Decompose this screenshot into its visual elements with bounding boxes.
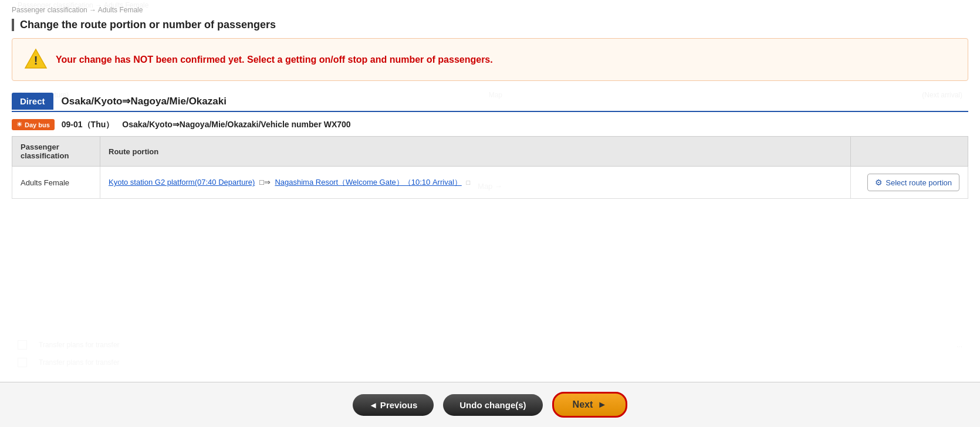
warning-icon: ! <box>24 47 48 72</box>
table-row: Adults Female Kyoto station G2 platform(… <box>12 167 968 199</box>
previous-button[interactable]: ◄ Previous <box>353 394 434 416</box>
warning-message: Your change has NOT been confirmed yet. … <box>56 55 493 65</box>
breadcrumb: Passenger classification → Adults Female <box>12 6 968 14</box>
bottom-nav: ◄ Previous Undo change(s) Next ► <box>0 382 980 427</box>
route-header: Direct Osaka/Kyoto⇒Nagoya/Mie/Okazaki <box>12 92 968 112</box>
gear-icon: ⚙ <box>875 178 883 187</box>
table-header-row: Passenger classification Route portion <box>12 137 968 167</box>
next-button[interactable]: Next ► <box>552 392 628 418</box>
departure-link[interactable]: Kyoto station G2 platform(07:40 Departur… <box>109 178 255 187</box>
route-title: Osaka/Kyoto⇒Nagoya/Mie/Okazaki <box>53 92 235 111</box>
sun-icon: ☀ <box>16 121 22 128</box>
col-header-action <box>851 137 968 167</box>
svg-text:!: ! <box>34 54 38 67</box>
bus-info-bar: ☀ Day bus 09-01（Thu） Osaka/Kyoto⇒Nagoya/… <box>12 119 968 130</box>
col-header-route: Route portion <box>100 137 851 167</box>
bus-route-info: 09-01（Thu） Osaka/Kyoto⇒Nagoya/Mie/Okazak… <box>62 120 351 130</box>
select-route-cell: ⚙ Select route portion <box>851 167 968 199</box>
page-title: Change the route portion or number of pa… <box>12 19 968 31</box>
route-table: Passenger classification Route portion A… <box>12 136 968 199</box>
day-bus-badge: ☀ Day bus <box>12 119 55 130</box>
passenger-classification: Adults Female <box>12 167 100 199</box>
route-arrow: □⇒ <box>259 178 271 187</box>
small-box-icon: □ <box>466 179 470 186</box>
arrival-link[interactable]: Nagashima Resort（Welcome Gate）（10:10 Arr… <box>275 178 461 187</box>
col-header-classification: Passenger classification <box>12 137 100 167</box>
direct-badge: Direct <box>12 93 53 110</box>
next-icon: ► <box>597 399 607 410</box>
warning-banner: ! Your change has NOT been confirmed yet… <box>12 38 968 81</box>
select-route-button[interactable]: ⚙ Select route portion <box>867 174 959 191</box>
route-portion-cell: Kyoto station G2 platform(07:40 Departur… <box>100 167 851 199</box>
undo-changes-button[interactable]: Undo change(s) <box>443 394 542 416</box>
